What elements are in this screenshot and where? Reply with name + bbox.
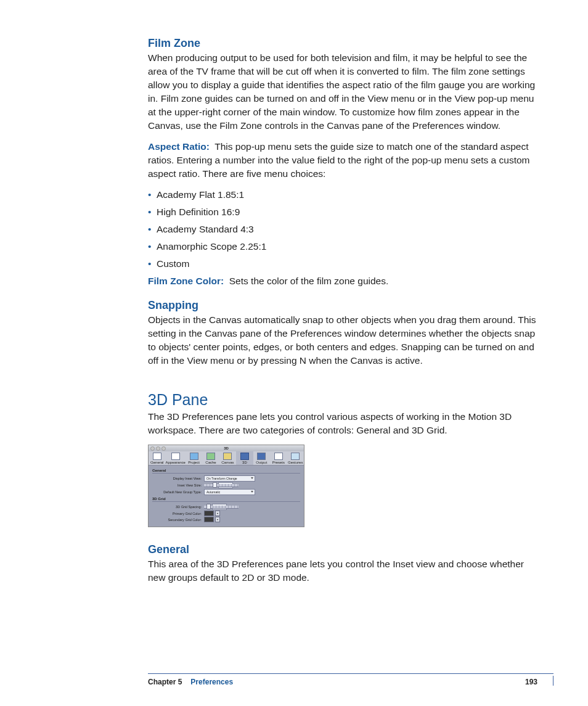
row-grid-spacing: 3D Grid Spacing: 80 pixels (152, 504, 300, 510)
caret-primary-color[interactable]: ▾ (215, 511, 220, 516)
prefs-section-general: General (152, 469, 300, 472)
tab-3d[interactable]: 3D (236, 451, 253, 465)
para-snapping: Objects in the Canvas automatically snap… (148, 313, 539, 367)
para-3d-pane: The 3D Preferences pane lets you control… (148, 410, 539, 437)
page-footer: Chapter 5 Preferences 193 (0, 678, 588, 686)
para-film-zone: When producing output to be used for bot… (148, 51, 539, 133)
tab-appearance[interactable]: Appearance (165, 451, 185, 465)
prefs-window-title: 3D (224, 446, 229, 450)
para-general: This area of the 3D Preferences pane let… (148, 557, 539, 585)
term-aspect-ratio: Aspect Ratio: (148, 141, 210, 152)
tab-canvas[interactable]: Canvas (219, 451, 236, 465)
slider-grid-spacing[interactable] (204, 504, 211, 510)
tab-project[interactable]: Project (186, 451, 202, 465)
footer-rule (148, 673, 553, 674)
list-item: Custom (157, 257, 539, 271)
dropdown-display-inset-view[interactable]: On Transform Change (204, 475, 255, 482)
list-item: Academy Flat 1.85:1 (157, 188, 539, 202)
prefs-section-3d-grid: 3D Grid (152, 497, 300, 501)
heading-snapping: Snapping (148, 299, 539, 312)
slider-inset-view-size[interactable] (204, 483, 217, 488)
tab-cache[interactable]: Cache (202, 451, 219, 465)
text-film-zone-color: Sets the color of the film zone guides. (229, 276, 388, 286)
list-item: Anamorphic Scope 2.25:1 (157, 240, 539, 253)
row-secondary-color: Secondary Grid Color: ▾ (152, 517, 300, 522)
term-film-zone-color: Film Zone Color: (148, 276, 224, 286)
heading-film-zone: Film Zone (148, 37, 539, 50)
traffic-light-icons (150, 446, 166, 451)
row-inset-view-size: Inset View Size: 30% (152, 482, 300, 488)
list-item: High Definition 16:9 (157, 205, 539, 219)
swatch-secondary-color[interactable] (204, 517, 214, 522)
tab-general[interactable]: General (149, 451, 165, 465)
footer-chapter: Chapter 5 (148, 678, 182, 686)
tab-gestures[interactable]: Gestures (287, 451, 304, 465)
para-aspect-ratio: Aspect Ratio: This pop-up menu sets the … (148, 140, 539, 181)
heading-3d-pane: 3D Pane (148, 391, 539, 409)
tab-presets[interactable]: Presets (270, 451, 287, 465)
row-default-group: Default New Group Type: Automatic (152, 489, 300, 495)
aspect-ratio-list: Academy Flat 1.85:1 High Definition 16:9… (148, 188, 539, 271)
footer-title: Preferences (190, 678, 233, 686)
swatch-primary-color[interactable] (204, 511, 214, 516)
dropdown-default-group[interactable]: Automatic (204, 489, 255, 495)
prefs-titlebar: 3D (149, 445, 304, 451)
row-display-inset-view: Display Inset View: On Transform Change (152, 475, 300, 482)
heading-general: General (148, 543, 539, 556)
list-item: Academy Standard 4:3 (157, 223, 539, 236)
prefs-body: General Display Inset View: On Transform… (149, 466, 304, 527)
para-film-zone-color: Film Zone Color: Sets the color of the f… (148, 274, 539, 288)
prefs-toolbar: General Appearance Project Cache Canvas … (149, 451, 304, 466)
row-primary-color: Primary Grid Color: ▾ (152, 511, 300, 516)
prefs-window-illustration: 3D General Appearance Project Cache Canv… (148, 445, 304, 527)
caret-secondary-color[interactable]: ▾ (215, 517, 220, 522)
footer-page-number: 193 (525, 678, 537, 686)
tab-output[interactable]: Output (253, 451, 270, 465)
